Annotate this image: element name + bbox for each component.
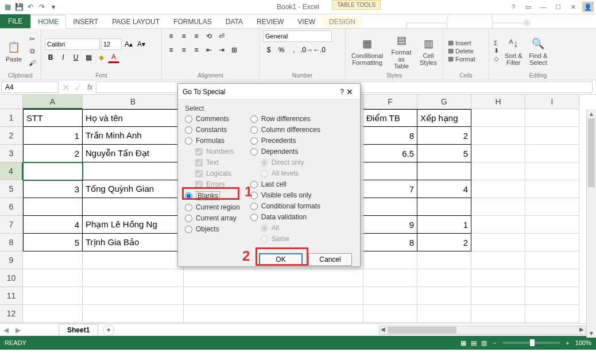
col-head-f[interactable]: F (363, 95, 417, 109)
dialog-help-icon[interactable]: ? (340, 88, 344, 96)
close-window-icon[interactable]: ✕ (567, 2, 579, 12)
row-head-5[interactable]: 5 (0, 180, 23, 198)
merge-icon[interactable]: ⊞ (229, 44, 240, 56)
font-color-icon[interactable]: A (108, 52, 119, 63)
radio-conditional-formats[interactable]: Conditional formats (250, 202, 320, 210)
radio-formulas[interactable]: Formulas (185, 137, 240, 145)
row-head-2[interactable]: 2 (0, 127, 23, 145)
zoom-out-icon[interactable]: － (491, 339, 498, 347)
cell-i7[interactable] (525, 216, 579, 234)
cell-f9[interactable] (363, 251, 417, 269)
radio-current-region[interactable]: Current region (185, 203, 240, 211)
hscroll-thumb[interactable] (388, 327, 456, 334)
minimize-icon[interactable]: — (537, 2, 549, 12)
cell-a5[interactable]: 3 (23, 180, 83, 198)
view-pagelayout-icon[interactable]: ▤ (471, 339, 477, 347)
row-head-12[interactable]: 12 (0, 305, 23, 323)
radio-precedents[interactable]: Precedents (250, 137, 320, 145)
increase-font-icon[interactable]: A▴ (123, 38, 134, 50)
font-name-combo[interactable] (45, 38, 100, 50)
font-size-combo[interactable] (101, 38, 122, 50)
cell-b6[interactable] (83, 198, 184, 216)
cell-styles-button[interactable]: ▥ Cell Styles (417, 35, 439, 67)
sort-filter-button[interactable]: ᴬ↓ Sort & Filter (502, 35, 525, 67)
cell-i5[interactable] (525, 180, 579, 198)
fill-color-icon[interactable]: ◆ (95, 52, 107, 63)
cell-a9[interactable] (23, 251, 83, 269)
copy-icon[interactable]: ⧉ (26, 45, 38, 57)
decrease-indent-icon[interactable]: ⇤ (203, 44, 215, 56)
cell-i6[interactable] (525, 198, 579, 216)
align-left-icon[interactable]: ≡ (165, 44, 177, 56)
cell-g2[interactable]: 2 (417, 127, 471, 145)
col-head-g[interactable]: G (417, 95, 471, 109)
border-icon[interactable]: ▦ (83, 52, 94, 63)
scroll-thumb[interactable] (588, 118, 595, 187)
cell-h1[interactable] (471, 109, 525, 127)
cell-b1[interactable]: Họ và tên (83, 109, 184, 127)
align-right-icon[interactable]: ≡ (191, 44, 202, 56)
zoom-in-icon[interactable]: ＋ (564, 339, 571, 347)
cell-f8[interactable]: 8 (363, 234, 417, 251)
user-icon[interactable]: 👤 (582, 2, 594, 12)
scroll-up-icon[interactable]: ▲ (587, 109, 596, 118)
cell-g7[interactable]: 1 (417, 216, 471, 234)
add-sheet-button[interactable]: + (103, 324, 114, 336)
cell-f5[interactable]: 7 (363, 180, 417, 198)
cell-a8[interactable]: 5 (23, 234, 83, 251)
row-head-10[interactable]: 10 (0, 269, 23, 287)
cell-b7[interactable]: Phạm Lê Hồng Ng (83, 216, 184, 234)
col-head-b[interactable]: B (83, 95, 184, 109)
row-head-7[interactable]: 7 (0, 216, 23, 234)
cell-f2[interactable]: 8 (363, 127, 417, 145)
cell-g8[interactable]: 2 (417, 234, 471, 251)
cell-g5[interactable]: 4 (417, 180, 471, 198)
cell-a1[interactable]: STT (23, 109, 83, 127)
hscroll-left-icon[interactable]: ◀ (381, 326, 385, 332)
wrap-text-icon[interactable]: ⏎ (216, 30, 227, 42)
col-head-a[interactable]: A (23, 95, 83, 109)
radio-last-cell[interactable]: Last cell (250, 180, 320, 188)
zoom-thumb[interactable] (530, 339, 535, 346)
cell-h5[interactable] (471, 180, 525, 198)
cell-b5[interactable]: Tống Quỳnh Gian (83, 180, 184, 198)
fx-icon[interactable]: fx (84, 83, 96, 91)
radio-objects[interactable]: Objects (185, 225, 240, 233)
vertical-scrollbar[interactable]: ▲ ▼ (586, 109, 596, 338)
ribbon-options-icon[interactable]: ▭ (523, 2, 534, 12)
cell-a4[interactable] (23, 162, 83, 180)
cell-h4[interactable] (471, 162, 525, 180)
format-painter-icon[interactable]: 🖌 (26, 57, 38, 69)
save-icon[interactable]: 💾 (14, 2, 24, 12)
cell-h3[interactable] (471, 145, 525, 162)
radio-current-array[interactable]: Current array (185, 214, 240, 222)
cut-icon[interactable]: ✂ (26, 33, 38, 45)
cell-g6[interactable] (417, 198, 471, 216)
col-head-h[interactable]: H (471, 95, 525, 109)
cell-a7[interactable]: 4 (23, 216, 83, 234)
decrease-decimal-icon[interactable]: ←.0 (314, 44, 325, 56)
comma-icon[interactable]: , (288, 44, 300, 56)
cell-g1[interactable]: Xếp hạng (417, 109, 471, 127)
autosum-button[interactable]: Σ (493, 40, 500, 47)
row-head-9[interactable]: 9 (0, 251, 23, 269)
clear-button[interactable]: ◇ (493, 55, 500, 63)
dialog-close-icon[interactable]: ✕ (344, 87, 355, 96)
view-pagebreak-icon[interactable]: ▥ (481, 339, 487, 347)
row-head-6[interactable]: 6 (0, 198, 23, 216)
tab-design[interactable]: DESIGN (322, 16, 362, 28)
cell-b3[interactable]: Nguyễn Tấn Đạt (83, 145, 184, 162)
cell-h7[interactable] (471, 216, 525, 234)
sheet-nav-prev-icon[interactable]: ◀ (0, 326, 12, 334)
format-as-table-button[interactable]: ▤ Format as Table (388, 32, 415, 71)
radio-col-diff[interactable]: Column differences (250, 126, 320, 134)
zoom-slider[interactable] (502, 342, 560, 344)
cell-f6[interactable] (363, 198, 417, 216)
view-normal-icon[interactable]: ▦ (460, 339, 466, 347)
tab-home[interactable]: HOME (30, 15, 66, 29)
cancel-button[interactable]: Cancel (308, 253, 352, 266)
radio-constants[interactable]: Constants (185, 126, 240, 134)
cell-a11[interactable] (23, 287, 83, 305)
bold-button[interactable]: B (45, 52, 56, 63)
cell-f4[interactable] (363, 162, 417, 180)
